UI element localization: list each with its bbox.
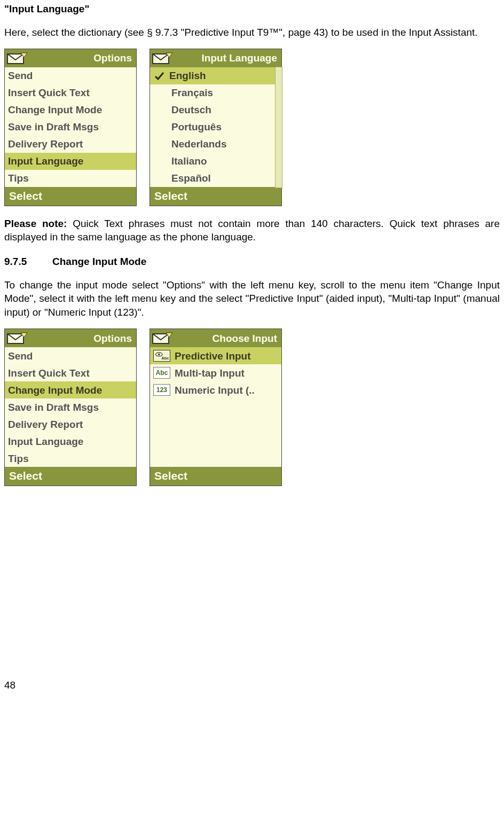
input-mode-label: Numeric Input (..	[175, 384, 255, 397]
softkey-select[interactable]: Select	[5, 187, 136, 205]
note-label: Please note:	[4, 218, 67, 229]
input-mode-icon: Abc	[153, 367, 170, 379]
note-body: Quick Text phrases must not contain more…	[4, 218, 500, 243]
scrollbar[interactable]	[275, 67, 282, 187]
input-mode-item[interactable]: AbcMulti-tap Input	[150, 364, 281, 381]
svg-text:Abc: Abc	[161, 356, 169, 361]
language-item-label: Deutsch	[171, 103, 211, 117]
input-mode-item[interactable]: 123Numeric Input (..	[150, 381, 281, 398]
menu-item-label: Send	[8, 69, 33, 83]
menu-item[interactable]: Send	[5, 67, 136, 84]
menu-item-label: Send	[8, 349, 33, 363]
language-item[interactable]: Nederlands	[150, 136, 281, 153]
menu-item[interactable]: Insert Quick Text	[5, 84, 136, 101]
screenshots-row-1: Options SendInsert Quick TextChange Inpu…	[4, 49, 500, 206]
menu-item-label: Input Language	[8, 154, 83, 168]
language-item[interactable]: Deutsch	[150, 101, 281, 119]
input-mode-item[interactable]: AbcPredictive Input	[150, 347, 281, 364]
screen-body: EnglishFrançaisDeutschPortuguêsNederland…	[150, 67, 281, 187]
menu-item-label: Save in Draft Msgs	[8, 120, 99, 134]
menu-item[interactable]: Input Language	[5, 153, 136, 170]
screen-title-text: Options	[93, 51, 132, 65]
screen-title: Choose Input	[150, 329, 281, 347]
empty-row	[150, 416, 281, 433]
section-number: 9.7.5	[4, 255, 52, 269]
input-mode-icon: 123	[153, 384, 170, 396]
menu-item[interactable]: Input Language	[5, 433, 136, 450]
screenshots-row-2: Options SendInsert Quick TextChange Inpu…	[4, 329, 500, 486]
input-mode-label: Multi-tap Input	[175, 366, 245, 380]
screen-title-text: Input Language	[202, 51, 277, 65]
section-title: Change Input Mode	[52, 256, 146, 267]
menu-item[interactable]: Change Input Mode	[5, 381, 136, 398]
softkey-select[interactable]: Select	[150, 467, 281, 485]
menu-item-label: Save in Draft Msgs	[8, 401, 99, 415]
section-heading: 9.7.5Change Input Mode	[4, 255, 500, 269]
menu-item[interactable]: Tips	[5, 450, 136, 467]
screen-body: SendInsert Quick TextChange Input ModeSa…	[5, 347, 136, 467]
menu-item[interactable]: Insert Quick Text	[5, 364, 136, 381]
menu-item[interactable]: Save in Draft Msgs	[5, 398, 136, 416]
menu-item[interactable]: Tips	[5, 170, 136, 187]
menu-item-label: Tips	[8, 452, 29, 466]
section-paragraph: To change the input mode select "Options…	[4, 278, 500, 319]
menu-item[interactable]: Delivery Report	[5, 416, 136, 433]
phone-screen-input-language: Input Language EnglishFrançaisDeutschPor…	[149, 49, 282, 206]
screen-body: SendInsert Quick TextChange Input ModeSa…	[5, 67, 136, 187]
menu-item-label: Change Input Mode	[8, 103, 102, 117]
input-mode-icon: Abc	[153, 350, 170, 362]
screen-title: Options	[5, 329, 136, 347]
screen-title: Input Language	[150, 49, 281, 67]
language-item[interactable]: English	[150, 67, 281, 84]
menu-item-label: Insert Quick Text	[8, 86, 90, 100]
note-paragraph: Please note: Quick Text phrases must not…	[4, 217, 500, 244]
envelope-icon	[7, 51, 28, 65]
language-item-label: Español	[171, 171, 211, 185]
envelope-icon	[7, 331, 28, 345]
menu-item[interactable]: Send	[5, 347, 136, 364]
empty-row	[150, 450, 281, 467]
menu-item-label: Insert Quick Text	[8, 366, 90, 380]
check-icon	[153, 71, 165, 81]
empty-row	[150, 398, 281, 416]
language-item-label: Italiano	[171, 154, 207, 168]
heading-input-language: "Input Language"	[4, 2, 500, 16]
page-number: 48	[4, 678, 500, 692]
screen-title-text: Options	[93, 332, 132, 346]
envelope-icon	[152, 331, 174, 345]
envelope-icon	[152, 51, 174, 65]
menu-item[interactable]: Change Input Mode	[5, 101, 136, 119]
menu-item-label: Tips	[8, 171, 29, 185]
language-item[interactable]: Español	[150, 170, 281, 187]
language-item-label: Português	[171, 120, 222, 134]
screen-body: AbcPredictive InputAbcMulti-tap Input123…	[150, 347, 281, 467]
menu-item-label: Delivery Report	[8, 137, 83, 151]
phone-screen-choose-input: Choose Input AbcPredictive InputAbcMulti…	[149, 329, 282, 486]
input-mode-label: Predictive Input	[175, 349, 251, 363]
svg-point-5	[158, 354, 160, 355]
menu-item[interactable]: Delivery Report	[5, 136, 136, 153]
softkey-select[interactable]: Select	[5, 467, 136, 485]
intro-paragraph: Here, select the dictionary (see § 9.7.3…	[4, 26, 500, 40]
language-item-label: English	[169, 69, 206, 83]
phone-screen-options-2: Options SendInsert Quick TextChange Inpu…	[4, 329, 137, 486]
phone-screen-options-1: Options SendInsert Quick TextChange Inpu…	[4, 49, 137, 206]
menu-item-label: Change Input Mode	[8, 384, 102, 397]
menu-item[interactable]: Save in Draft Msgs	[5, 119, 136, 136]
language-item-label: Français	[171, 86, 213, 100]
menu-item-label: Delivery Report	[8, 418, 83, 432]
language-item[interactable]: Português	[150, 119, 281, 136]
language-item-label: Nederlands	[171, 137, 226, 151]
menu-item-label: Input Language	[8, 435, 83, 449]
language-item[interactable]: Français	[150, 84, 281, 101]
language-item[interactable]: Italiano	[150, 153, 281, 170]
empty-row	[150, 433, 281, 450]
screen-title-text: Choose Input	[212, 332, 277, 346]
softkey-select[interactable]: Select	[150, 187, 281, 205]
screen-title: Options	[5, 49, 136, 67]
